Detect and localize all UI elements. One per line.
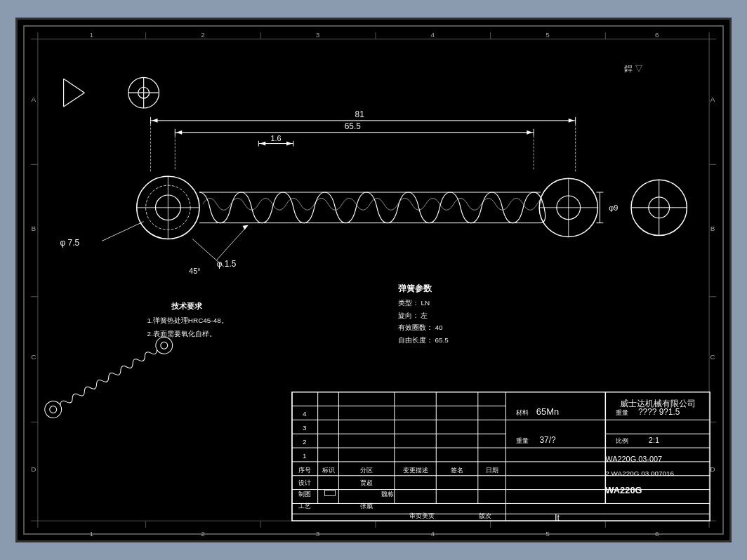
svg-text:4: 4 — [431, 530, 435, 538]
svg-text:2:1: 2:1 — [649, 436, 659, 444]
svg-text:2.表面需要氧化自样。: 2.表面需要氧化自样。 — [147, 330, 216, 338]
svg-line-42 — [64, 93, 85, 107]
svg-text:5: 5 — [546, 530, 550, 538]
svg-text:制图: 制图 — [298, 491, 311, 498]
svg-text:D: D — [31, 465, 36, 473]
svg-text:版次: 版次 — [479, 512, 491, 519]
svg-text:C: C — [710, 353, 715, 361]
svg-text:3: 3 — [316, 530, 320, 538]
svg-text:銲 ▽: 銲 ▽ — [624, 64, 643, 74]
svg-text:????  9?1.5: ???? 9?1.5 — [638, 407, 680, 417]
svg-text:技术要求: 技术要求 — [171, 302, 203, 310]
svg-text:6: 6 — [655, 31, 659, 39]
svg-text:贾超: 贾超 — [360, 479, 373, 486]
svg-text:标识: 标识 — [322, 467, 335, 474]
svg-text:81: 81 — [355, 109, 365, 119]
svg-marker-93 — [243, 225, 249, 230]
main-drawing-svg: 1 2 3 4 5 6 1 2 3 4 5 6 A B C D A B C D … — [18, 20, 729, 540]
svg-marker-52 — [569, 119, 574, 123]
svg-text:变更描述: 变更描述 — [403, 467, 428, 474]
svg-text:φ 7.5: φ 7.5 — [60, 238, 80, 248]
svg-text:序号: 序号 — [298, 467, 311, 474]
svg-text:魏栋: 魏栋 — [381, 491, 394, 498]
svg-text:威士达机械有限公司: 威士达机械有限公司 — [620, 399, 696, 408]
svg-text:5: 5 — [546, 31, 550, 39]
svg-line-95 — [192, 239, 224, 267]
svg-text:D: D — [710, 465, 715, 473]
svg-text:A: A — [32, 95, 37, 103]
svg-text:A: A — [710, 95, 715, 103]
svg-marker-60 — [527, 131, 532, 135]
svg-text:重量: 重量 — [616, 409, 628, 416]
drawing-container: 1 2 3 4 5 6 1 2 3 4 5 6 A B C D A B C D … — [15, 18, 732, 542]
svg-text:比例: 比例 — [616, 437, 628, 444]
svg-text:1: 1 — [89, 31, 93, 39]
svg-text:φ 1.5: φ 1.5 — [217, 259, 237, 269]
svg-point-105 — [48, 405, 58, 415]
svg-marker-59 — [176, 131, 182, 135]
svg-line-90 — [102, 222, 144, 241]
svg-text:6: 6 — [655, 530, 659, 538]
svg-text:弹簧参数: 弹簧参数 — [398, 284, 432, 293]
svg-text:自由长度：  65.5: 自由长度： 65.5 — [398, 336, 449, 344]
svg-text:有效圈数：  40: 有效圈数： 40 — [398, 324, 443, 331]
svg-text:日期: 日期 — [486, 467, 498, 474]
svg-marker-51 — [152, 119, 158, 123]
svg-text:45°: 45° — [189, 267, 201, 275]
svg-text:审页美页: 审页美页 — [409, 512, 435, 519]
svg-text:1.6: 1.6 — [271, 134, 282, 142]
svg-marker-67 — [260, 142, 265, 146]
svg-rect-139 — [325, 491, 336, 496]
svg-text:1: 1 — [303, 452, 307, 460]
svg-text:65Mn: 65Mn — [536, 406, 559, 417]
svg-text:C: C — [31, 353, 36, 361]
svg-text:4: 4 — [431, 31, 435, 39]
svg-text:4: 4 — [303, 410, 307, 418]
svg-text:签名: 签名 — [451, 467, 463, 474]
svg-line-92 — [217, 225, 249, 260]
svg-text:It: It — [555, 512, 560, 523]
svg-text:2: 2 — [303, 438, 307, 446]
svg-text:张威: 张威 — [360, 502, 373, 509]
svg-text:材料: 材料 — [515, 409, 529, 416]
svg-text:2: 2 — [201, 530, 205, 538]
svg-text:设计: 设计 — [298, 479, 311, 486]
svg-text:旋向：  左: 旋向： 左 — [398, 312, 428, 319]
svg-point-107 — [159, 340, 169, 350]
svg-text:工艺: 工艺 — [298, 502, 311, 509]
svg-text:37/?: 37/? — [539, 435, 556, 445]
svg-text:3: 3 — [316, 31, 320, 39]
svg-text:1.弹簧热处理HRC45-48。: 1.弹簧热处理HRC45-48。 — [147, 316, 228, 324]
svg-text:2: 2 — [201, 31, 205, 39]
svg-text:φ9: φ9 — [609, 204, 618, 212]
svg-text:B: B — [32, 225, 37, 232]
svg-text:重量: 重量 — [516, 437, 529, 444]
svg-text:分区: 分区 — [360, 467, 373, 474]
svg-line-41 — [64, 79, 85, 93]
svg-text:3: 3 — [303, 424, 307, 432]
svg-text:1: 1 — [89, 530, 93, 538]
svg-text:65.5: 65.5 — [345, 121, 362, 131]
svg-marker-68 — [286, 142, 292, 146]
svg-text:类型：  LN: 类型： LN — [398, 299, 430, 307]
svg-text:B: B — [710, 225, 715, 232]
